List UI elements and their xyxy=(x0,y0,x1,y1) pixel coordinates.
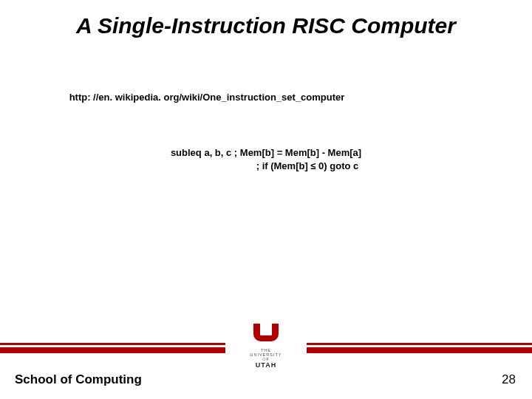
page-title: A Single-Instruction RISC Computer xyxy=(0,13,532,38)
slide: A Single-Instruction RISC Computer http:… xyxy=(0,0,532,399)
university-logo: THE UNIVERSITY OF UTAH xyxy=(225,324,307,369)
u-shape-icon xyxy=(253,324,279,341)
reference-url: http: //en. wikipedia. org/wiki/One_inst… xyxy=(69,92,345,103)
u-tail-icon xyxy=(262,335,270,338)
footer-school: School of Computing xyxy=(15,372,142,387)
logo-text-utah: UTAH xyxy=(231,361,301,369)
code-line-2: ; if (Mem[b] ≤ 0) goto c xyxy=(0,160,532,173)
code-block: subleq a, b, c ; Mem[b] = Mem[b] - Mem[a… xyxy=(0,146,532,172)
code-line-1: subleq a, b, c ; Mem[b] = Mem[b] - Mem[a… xyxy=(171,147,361,158)
reference-url-wrap: http: //en. wikipedia. org/wiki/One_inst… xyxy=(0,90,532,103)
page-number: 28 xyxy=(502,372,516,387)
u-logo-icon xyxy=(253,324,279,346)
